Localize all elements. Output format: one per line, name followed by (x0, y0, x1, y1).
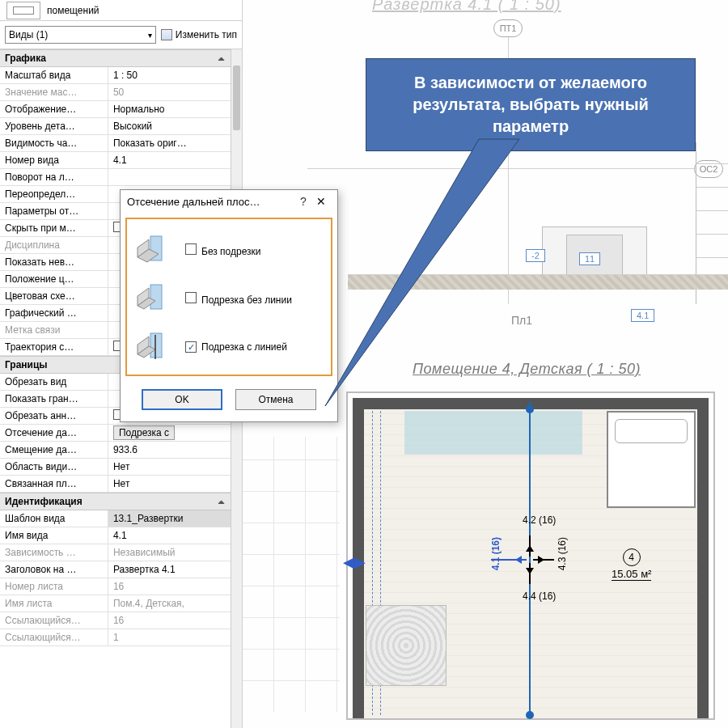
property-row[interactable]: Значение мас…50 (0, 84, 231, 101)
dim-west: 4.1 (16) (490, 537, 502, 570)
property-value[interactable]: 4.1 (108, 152, 231, 168)
family-thumb-icon (6, 2, 40, 19)
property-value[interactable]: Нет (108, 476, 231, 492)
property-row[interactable]: Отображение…Нормально (0, 101, 231, 118)
property-row[interactable]: Ссылающийся…1 (0, 629, 231, 646)
edit-type-button[interactable]: Изменить тип (161, 29, 237, 40)
edit-type-label: Изменить тип (176, 29, 237, 40)
property-value[interactable]: 50 (108, 84, 231, 100)
property-label: Переопредел… (0, 186, 108, 202)
option-clip-with-line[interactable]: Подрезка с линией (130, 323, 328, 371)
property-label: Значение мас… (0, 84, 108, 100)
property-row[interactable]: Номер листа16 (0, 578, 231, 595)
property-label: Имя вида (0, 527, 108, 544)
property-value[interactable]: 13.1_Развертки (108, 510, 231, 527)
annotation-callout: В зависимости от желаемого результата, в… (366, 58, 696, 151)
grid-bubble-pt1: ПТ1 (493, 19, 523, 37)
callout-text: В зависимости от желаемого результата, в… (366, 58, 696, 151)
sheet-grid (243, 437, 340, 712)
property-label: Ссылающийся… (0, 612, 108, 629)
property-row[interactable]: Номер вида4.1 (0, 152, 231, 169)
property-value[interactable]: 1 (108, 629, 231, 645)
checkbox-no-clip[interactable] (185, 243, 197, 255)
help-icon[interactable]: ? (295, 195, 311, 208)
property-label: Показать гран… (0, 391, 108, 407)
property-row[interactable]: Имя листаПом.4, Детская, (0, 595, 231, 612)
group-header[interactable]: Идентификация⏶ (0, 493, 231, 510)
ok-button[interactable]: OK (142, 389, 222, 410)
property-value[interactable]: Независимый (108, 544, 231, 561)
property-label: Заголовок на … (0, 561, 108, 578)
property-row[interactable]: Смещение да…933.6 (0, 442, 231, 459)
property-label: Цветовая схе… (0, 288, 108, 304)
svg-rect-1 (150, 285, 162, 309)
close-icon[interactable]: ✕ (311, 195, 331, 208)
property-label: Номер листа (0, 578, 108, 595)
cancel-button[interactable]: Отмена (235, 389, 316, 410)
elevation-title: Развертка 4.1 ( 1 : 50) (372, 0, 561, 14)
room-tag-11: 11 (579, 252, 600, 265)
property-label: Номер вида (0, 152, 108, 168)
property-label: Скрыть при м… (0, 220, 108, 236)
property-label: Шаблон вида (0, 510, 108, 527)
property-value[interactable]: Высокий (108, 118, 231, 134)
property-label: Параметры от… (0, 203, 108, 219)
property-row[interactable]: Ссылающийся…16 (0, 612, 231, 629)
property-value[interactable]: 16 (108, 578, 231, 595)
type-selector-label: Виды (1) (9, 29, 48, 40)
property-label: Показать нев… (0, 254, 108, 270)
property-row[interactable]: Заголовок на …Развертка 4.1 (0, 561, 231, 578)
property-label: Графический … (0, 305, 108, 321)
dim-east: 4.3 (16) (557, 537, 568, 570)
property-value[interactable]: 4.1 (108, 527, 231, 544)
property-row[interactable]: Область види…Нет (0, 459, 231, 476)
property-label: Дисциплина (0, 237, 108, 253)
property-row[interactable]: Поворот на л… (0, 169, 231, 186)
chevron-down-icon: ▾ (148, 31, 152, 40)
clip-noline-icon (133, 281, 171, 316)
checkbox-clip-with-line[interactable] (185, 341, 197, 353)
property-label: Обрезать вид (0, 374, 108, 390)
option-clip-no-line[interactable]: Подрезка без линии (130, 274, 328, 323)
option-no-clip-label: Без подрезки (201, 246, 261, 257)
property-row[interactable]: Масштаб вида1 : 50 (0, 67, 231, 84)
property-label: Масштаб вида (0, 67, 108, 83)
property-label: Траектория с… (0, 339, 108, 355)
property-label: Отображение… (0, 101, 108, 117)
property-value[interactable] (108, 169, 231, 185)
property-row[interactable]: Зависимость …Независимый (0, 544, 231, 561)
property-row[interactable]: Шаблон вида13.1_Развертки (0, 510, 231, 527)
property-row[interactable]: Отсечение да…Подрезка с (0, 425, 231, 442)
property-label: Имя листа (0, 595, 108, 612)
property-value[interactable]: Подрезка с (108, 425, 231, 441)
property-value[interactable]: Нормально (108, 101, 231, 117)
inline-button[interactable]: Подрезка с (113, 425, 175, 440)
property-label: Ссылающийся… (0, 629, 108, 645)
type-selector[interactable]: Виды (1) ▾ (5, 26, 156, 44)
property-label: Зависимость … (0, 544, 108, 561)
dim-south: 4.4 (16) (523, 590, 556, 602)
property-row[interactable]: Видимость ча…Показать ориг… (0, 135, 231, 152)
property-value[interactable]: 1 : 50 (108, 67, 231, 83)
view-direction-cross[interactable] (506, 535, 554, 584)
property-label: Область види… (0, 459, 108, 475)
drag-handle-icon[interactable]: ◀▶ (343, 553, 366, 571)
property-label: Положение ц… (0, 271, 108, 287)
property-value[interactable]: 16 (108, 612, 231, 629)
property-value[interactable]: 933.6 (108, 442, 231, 458)
far-clip-dialog: Отсечение дальней плос… ? ✕ Без подрезки… (120, 189, 338, 422)
property-value[interactable]: Развертка 4.1 (108, 561, 231, 578)
checkbox-clip-no-line[interactable] (185, 292, 197, 303)
option-no-clip[interactable]: Без подрезки (130, 226, 328, 274)
property-value[interactable]: Пом.4, Детская, (108, 595, 231, 612)
option-clip-with-line-label: Подрезка с линией (201, 341, 287, 353)
dialog-options-frame: Без подрезки Подрезка без линии Подрезка… (125, 218, 332, 376)
svg-rect-2 (150, 333, 162, 358)
property-row[interactable]: Уровень дета…Высокий (0, 118, 231, 135)
group-header[interactable]: Графика⏶ (0, 49, 231, 67)
property-value[interactable]: Нет (108, 459, 231, 475)
property-row[interactable]: Имя вида4.1 (0, 527, 231, 544)
property-value[interactable]: Показать ориг… (108, 135, 231, 151)
property-row[interactable]: Связанная пл…Нет (0, 476, 231, 493)
clip-line-icon (133, 329, 171, 365)
